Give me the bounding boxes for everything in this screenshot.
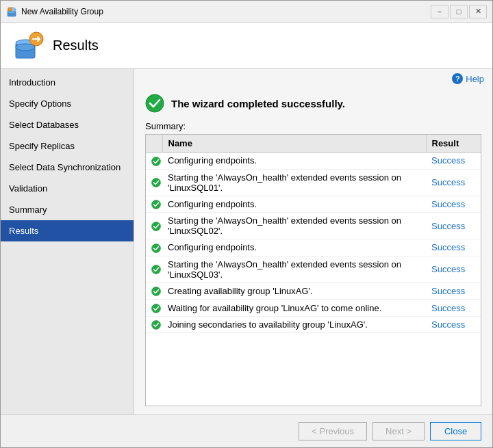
next-button[interactable]: Next >	[372, 422, 425, 440]
app-header: Results	[1, 23, 492, 69]
svg-point-13	[152, 243, 161, 252]
svg-point-14	[152, 265, 161, 274]
sidebar-item-specify-options[interactable]: Specify Options	[1, 93, 134, 114]
row-result[interactable]: Success	[426, 153, 481, 170]
close-button[interactable]: Close	[430, 422, 481, 440]
svg-point-15	[152, 287, 161, 296]
row-status-icon	[146, 300, 162, 317]
svg-point-11	[152, 200, 161, 209]
table-row: Configuring endpoints.Success	[146, 153, 481, 170]
close-window-button[interactable]: ✕	[469, 5, 487, 18]
row-result[interactable]: Success	[426, 239, 481, 256]
result-link[interactable]: Success	[431, 286, 465, 296]
window-icon	[6, 6, 17, 17]
result-link[interactable]: Success	[431, 303, 465, 313]
svg-point-8	[146, 94, 164, 112]
sidebar-item-select-data-sync[interactable]: Select Data Synchronization	[1, 157, 134, 178]
col-header-icon	[146, 135, 162, 153]
row-status-icon	[146, 153, 162, 170]
svg-point-10	[152, 179, 161, 187]
help-link[interactable]: ? Help	[452, 73, 484, 84]
row-result[interactable]: Success	[426, 282, 481, 300]
sidebar-item-results[interactable]: Results	[1, 220, 134, 241]
row-status-icon	[146, 213, 162, 239]
table-row: Configuring endpoints.Success	[146, 196, 481, 213]
summary-table-container[interactable]: Name Result Configuring endpoints.Succes…	[145, 134, 481, 406]
row-result[interactable]: Success	[426, 213, 481, 239]
result-link[interactable]: Success	[431, 221, 465, 231]
result-link[interactable]: Success	[431, 177, 465, 187]
table-row: Starting the 'AlwaysOn_health' extended …	[146, 213, 481, 239]
sidebar-item-specify-replicas[interactable]: Specify Replicas	[1, 135, 134, 157]
sidebar-item-validation[interactable]: Validation	[1, 178, 134, 199]
row-name: Configuring endpoints.	[162, 153, 426, 170]
help-icon: ?	[452, 73, 463, 84]
svg-point-17	[152, 321, 161, 330]
table-row: Starting the 'AlwaysOn_health' extended …	[146, 256, 481, 282]
help-area: ? Help	[134, 69, 492, 88]
main-window: New Availability Group − □ ✕ Results Int	[0, 0, 493, 448]
main-panel: ? Help The wizard completed successfully…	[134, 69, 492, 414]
footer: < Previous Next > Close	[1, 414, 492, 447]
result-link[interactable]: Success	[431, 264, 465, 274]
row-status-icon	[146, 256, 162, 282]
sidebar-item-introduction[interactable]: Introduction	[1, 72, 134, 93]
sidebar-item-select-databases[interactable]: Select Databases	[1, 114, 134, 135]
result-link[interactable]: Success	[431, 319, 465, 330]
row-status-icon	[146, 169, 162, 196]
svg-point-16	[152, 304, 161, 313]
row-name: Configuring endpoints.	[162, 196, 426, 213]
row-name: Starting the 'AlwaysOn_health' extended …	[162, 213, 426, 239]
row-status-icon	[146, 196, 162, 213]
result-link[interactable]: Success	[431, 242, 465, 252]
row-name: Joining secondaries to availability grou…	[162, 316, 426, 333]
header-icon	[12, 29, 45, 62]
result-link[interactable]: Success	[431, 199, 465, 209]
row-name: Starting the 'AlwaysOn_health' extended …	[162, 169, 426, 196]
table-row: Waiting for availability group 'LinuxAG'…	[146, 300, 481, 317]
row-result[interactable]: Success	[426, 316, 481, 333]
sidebar-item-summary[interactable]: Summary	[1, 199, 134, 220]
table-row: Starting the 'AlwaysOn_health' extended …	[146, 169, 481, 196]
minimize-button[interactable]: −	[431, 5, 448, 18]
col-header-result: Result	[426, 135, 481, 153]
row-result[interactable]: Success	[426, 196, 481, 213]
success-message: The wizard completed successfully.	[171, 98, 345, 109]
row-name: Waiting for availability group 'LinuxAG'…	[162, 300, 426, 317]
restore-button[interactable]: □	[450, 5, 468, 18]
table-row: Creating availability group 'LinuxAG'.Su…	[146, 282, 481, 300]
summary-section: Summary: Name Result Configuring endp	[134, 121, 492, 414]
sidebar: IntroductionSpecify OptionsSelect Databa…	[1, 69, 134, 414]
table-row: Configuring endpoints.Success	[146, 239, 481, 256]
title-bar: New Availability Group − □ ✕	[1, 1, 492, 23]
table-header-row: Name Result	[146, 135, 481, 153]
table-row: Joining secondaries to availability grou…	[146, 316, 481, 333]
svg-point-6	[16, 44, 35, 51]
row-result[interactable]: Success	[426, 300, 481, 317]
row-result[interactable]: Success	[426, 256, 481, 282]
summary-table: Name Result Configuring endpoints.Succes…	[146, 135, 481, 333]
window-controls: − □ ✕	[431, 5, 487, 18]
svg-point-12	[152, 222, 161, 230]
help-label: Help	[466, 74, 484, 84]
previous-button[interactable]: < Previous	[299, 422, 367, 440]
row-status-icon	[146, 316, 162, 333]
row-name: Starting the 'AlwaysOn_health' extended …	[162, 256, 426, 282]
result-link[interactable]: Success	[431, 155, 465, 166]
row-name: Creating availability group 'LinuxAG'.	[162, 282, 426, 300]
window-title: New Availability Group	[21, 7, 431, 16]
summary-label: Summary:	[145, 121, 481, 131]
svg-point-9	[152, 157, 161, 166]
row-status-icon	[146, 282, 162, 300]
content-area: IntroductionSpecify OptionsSelect Databa…	[1, 69, 492, 414]
success-icon	[145, 94, 164, 113]
row-name: Configuring endpoints.	[162, 239, 426, 256]
col-header-name: Name	[162, 135, 426, 153]
row-result[interactable]: Success	[426, 169, 481, 196]
page-title: Results	[53, 38, 99, 53]
row-status-icon	[146, 239, 162, 256]
success-banner: The wizard completed successfully.	[134, 88, 492, 121]
